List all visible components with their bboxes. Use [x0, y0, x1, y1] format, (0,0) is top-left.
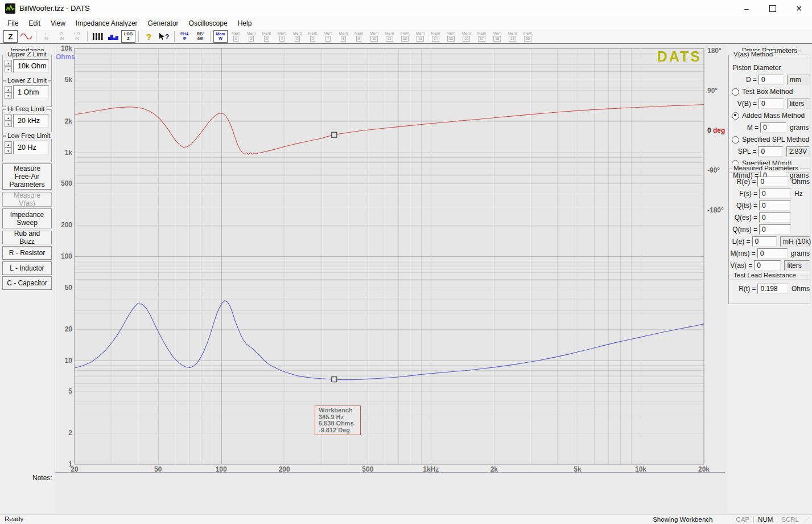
impedance-sweep-button[interactable]: Impedance Sweep	[2, 208, 52, 228]
group-label-test-lead-resistance: Test Lead Resistance	[732, 272, 798, 279]
group-measured-parameters: Measured ParametersR(e) =0OhmsF(s) =0HzQ…	[728, 169, 810, 280]
menu-edit[interactable]: Edit	[23, 17, 46, 30]
field-input-l-e[interactable]: 0	[752, 236, 777, 247]
field-input-m[interactable]: 0	[760, 122, 786, 133]
radio-specified-spl-method[interactable]	[732, 136, 739, 144]
field-input-v-b[interactable]: 0	[759, 99, 784, 109]
field-input-q-ts[interactable]: 0	[759, 200, 791, 211]
tooltip-line-4: -9.812 Deg	[319, 427, 358, 434]
field-unit-l-e: mH (10k)	[780, 236, 810, 247]
context-help-icon[interactable]: ?	[157, 30, 171, 43]
phase-button[interactable]: PHAΦ	[178, 30, 192, 43]
field-unit-v-b: liters	[787, 99, 810, 109]
row-q-es: Q(es) =0	[729, 212, 810, 223]
spinner-up-icon[interactable]: ▲	[5, 86, 12, 92]
menu-oscilloscope[interactable]: Oscilloscope	[184, 17, 233, 30]
sine-wave-icon[interactable]	[19, 30, 33, 43]
spinner-down-icon[interactable]: ▼	[5, 92, 12, 99]
c-capacitor-button[interactable]: C - Capacitor	[2, 276, 52, 290]
real-imaginary-button[interactable]: RE⁄⁄IM	[193, 30, 207, 43]
radio-test-box-method[interactable]	[732, 88, 739, 96]
window-title: BillWoofer.tzz - DATS	[19, 0, 90, 17]
l-inductor-button[interactable]: L - Inductor	[2, 261, 52, 275]
svg-text:200: 200	[61, 221, 72, 229]
minimize-button[interactable]: –	[733, 0, 760, 17]
value-hi-freq-limit[interactable]: 20 kHz	[13, 114, 49, 128]
toolbar: ZLINRINL RINLOGZ??PHAΦRE⁄⁄IMMemWMem1Mem2…	[0, 30, 812, 44]
help-icon[interactable]: ?	[142, 30, 156, 43]
row-l-e: L(e) =0mH (10k)	[729, 236, 810, 247]
piano-keys-icon[interactable]	[90, 30, 105, 43]
memory-1-button: Mem1	[229, 30, 243, 43]
row-q-ts: Q(ts) =0	[729, 200, 810, 211]
group-label-measured-parameters: Measured Parameters	[732, 165, 800, 171]
menu-view[interactable]: View	[46, 17, 71, 30]
field-input-v-as[interactable]: 0	[754, 260, 781, 271]
radio-added-mass-method[interactable]	[732, 112, 739, 120]
value-upper-z-limit[interactable]: 10k Ohm	[13, 59, 49, 73]
close-button[interactable]: ✕	[786, 0, 812, 17]
svg-text:-90°: -90°	[707, 166, 720, 174]
bar-graph-icon[interactable]	[106, 30, 120, 43]
resize-grip[interactable]: ⋰	[804, 517, 810, 523]
spinner-down-icon[interactable]: ▼	[5, 121, 12, 127]
spinner-up-icon[interactable]: ▲	[5, 141, 12, 148]
impedance-cursor-marker[interactable]	[332, 377, 337, 382]
field-input-q-ms[interactable]: 0	[759, 224, 791, 235]
spinner-upper-z-limit[interactable]: ▲▼	[5, 60, 12, 72]
spinner-up-icon[interactable]: ▲	[5, 60, 12, 66]
radio-label-added-mass-method: Added Mass Method	[742, 112, 805, 120]
memory-9-button: Mem9	[352, 30, 366, 43]
tooltip-line-1: Workbench	[319, 407, 358, 414]
impedance-chart: 20501002005001kHz2k5k10k20k10k5k2k1k5002…	[55, 44, 725, 473]
spinner-hi-freq-limit[interactable]: ▲▼	[5, 114, 12, 127]
toolbar-separator	[87, 31, 88, 42]
spinner-low-freq-limit[interactable]: ▲▼	[5, 141, 12, 154]
radio-row-specified-spl-method[interactable]: Specified SPL Method	[729, 134, 810, 145]
menu-file[interactable]: File	[2, 17, 23, 30]
memory-6-button: Mem6	[306, 30, 320, 43]
radio-row-added-mass-method[interactable]: Added Mass Method	[729, 110, 810, 121]
svg-text:5: 5	[68, 387, 72, 395]
field-input-q-es[interactable]: 0	[759, 212, 791, 223]
line-in-left-button: LIN	[39, 30, 53, 43]
r-resistor-button[interactable]: R - Resistor	[2, 246, 52, 260]
svg-text:5k: 5k	[574, 465, 582, 473]
row-v-as: V(as) =0liters	[729, 260, 810, 271]
field-unit-v-as: liters	[784, 260, 810, 271]
field-unit-m: grams	[790, 124, 809, 132]
memory-workbench-button[interactable]: MemW	[213, 30, 228, 43]
chart-canvas: 20501002005001kHz2k5k10k20k10k5k2k1k5002…	[55, 44, 726, 473]
radio-row-test-box-method[interactable]: Test Box Method	[729, 87, 810, 97]
menu-help[interactable]: Help	[233, 17, 257, 30]
field-label-r-e: R(e) =	[729, 178, 756, 186]
spinner-down-icon[interactable]: ▼	[5, 66, 12, 72]
field-input-r-t[interactable]: 0.198	[757, 284, 788, 294]
spinner-up-icon[interactable]: ▲	[5, 114, 12, 121]
field-input-m-ms[interactable]: 0	[757, 248, 788, 259]
field-input-r-e[interactable]: 0	[757, 177, 788, 187]
driver-parameters-panel: - Driver Parameters - V(as) MethodPiston…	[727, 44, 812, 514]
maximize-button[interactable]	[760, 0, 786, 17]
menu-generator[interactable]: Generator	[143, 17, 184, 30]
rub-and-buzz-button[interactable]: Rub and Buzz	[2, 231, 52, 244]
value-low-freq-limit[interactable]: 20 Hz	[13, 141, 49, 154]
field-input-spl[interactable]: 0	[758, 146, 782, 157]
field-input-d[interactable]: 0	[759, 75, 784, 85]
measure-free-air-parameters-button[interactable]: Measure Free-Air Parameters	[2, 163, 52, 190]
impedance-z-button[interactable]: Z	[3, 30, 18, 43]
group-v-as-method: V(as) MethodPiston DiameterD =0mmTest Bo…	[728, 55, 810, 173]
title-bar: BillWoofer.tzz - DATS – ✕	[0, 0, 812, 17]
field-label-spl: SPL =	[729, 148, 756, 155]
memory-8-button: Mem8	[336, 30, 351, 43]
spinner-lower-z-limit[interactable]: ▲▼	[5, 86, 12, 99]
menu-impedance-analyzer[interactable]: Impedance Analyzer	[71, 17, 143, 30]
field-input-f-s[interactable]: 0	[759, 189, 791, 199]
spinner-down-icon[interactable]: ▼	[5, 148, 12, 154]
log-z-scale-button[interactable]: LOGZ	[121, 30, 135, 43]
field-label-m: M =	[729, 124, 759, 132]
value-lower-z-limit[interactable]: 1 Ohm	[13, 85, 49, 99]
phase-cursor-marker[interactable]	[332, 132, 337, 137]
field-label-l-e: L(e) =	[729, 238, 751, 245]
toolbar-separator	[36, 31, 36, 42]
